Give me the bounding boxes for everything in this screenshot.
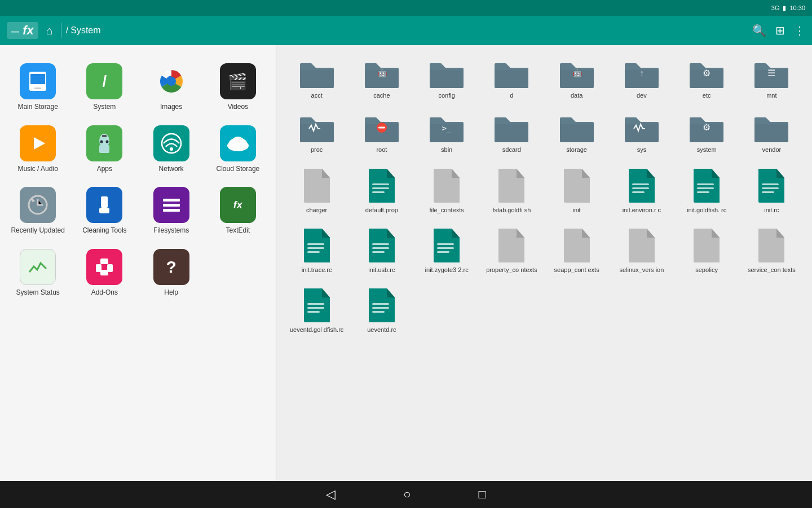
svg-text:↑: ↑ — [639, 68, 644, 78]
file-icon-charger — [302, 168, 332, 204]
file-icon-service_contexts — [756, 227, 787, 264]
folder-item-etc[interactable]: ⚙ etc — [676, 54, 738, 104]
folder-icon-proc — [299, 113, 335, 143]
file-item-seapp_contexts[interactable]: seapp_cont exts — [545, 223, 608, 278]
home-nav-button[interactable]: ○ — [403, 487, 411, 502]
folder-icon-cache: 🤖 — [364, 59, 400, 89]
file-label-init.usb.rc: init.usb.rc — [368, 266, 395, 274]
left-item-apps[interactable]: Apps — [71, 119, 138, 181]
left-item-recently-updated[interactable]: Recently Updated — [5, 180, 71, 242]
file-item-service_contexts[interactable]: service_con texts — [740, 223, 803, 278]
toolbar-divider — [61, 23, 61, 38]
file-item-init.usb.rc[interactable]: init.usb.rc — [350, 223, 413, 278]
svg-rect-10 — [102, 135, 107, 137]
folder-item-sdcard[interactable]: sdcard — [480, 108, 543, 158]
left-item-cleaning-tools[interactable]: Cleaning Tools — [71, 180, 138, 242]
folder-icon-mnt: ☰ — [753, 59, 789, 89]
label-apps: Apps — [97, 165, 112, 174]
main-content: Main Storage / System Images 🎬 Videos Mu… — [0, 45, 812, 481]
folder-item-acct[interactable]: acct — [285, 54, 348, 104]
svg-rect-9 — [99, 145, 109, 153]
left-item-main-storage[interactable]: Main Storage — [5, 56, 71, 119]
left-item-images[interactable]: Images — [138, 56, 205, 119]
file-item-property_contexts[interactable]: property_co ntexts — [480, 223, 543, 278]
folder-item-cache[interactable]: 🤖 cache — [350, 54, 413, 104]
svg-rect-63 — [372, 307, 389, 309]
folder-item-d[interactable]: d — [480, 54, 543, 104]
folder-item-proc[interactable]: proc — [285, 108, 348, 158]
left-item-music-audio[interactable]: Music / Audio — [5, 119, 71, 181]
svg-rect-51 — [307, 247, 324, 249]
back-button[interactable]: ◁ — [326, 487, 336, 502]
file-item-init[interactable]: init — [545, 163, 608, 218]
left-item-system[interactable]: / System — [71, 56, 138, 119]
folder-item-storage[interactable]: storage — [545, 108, 608, 158]
label-help: Help — [164, 288, 178, 297]
svg-rect-2 — [34, 87, 41, 89]
label-cloud-storage: Cloud Storage — [217, 165, 260, 174]
file-label-fstab.goldfish: fstab.goldfi sh — [492, 206, 531, 214]
svg-point-11 — [100, 140, 103, 143]
file-item-ueventd.rc[interactable]: ueventd.rc — [350, 283, 413, 338]
label-main-storage: Main Storage — [17, 103, 58, 112]
svg-rect-35 — [378, 127, 385, 129]
left-item-textedit[interactable]: fx TextEdit — [205, 180, 271, 242]
file-item-charger[interactable]: charger — [285, 163, 348, 218]
file-label-file_contexts: file_contexts — [430, 206, 464, 214]
folder-item-dev[interactable]: ↑ dev — [610, 54, 673, 104]
left-item-help[interactable]: ? Help — [138, 242, 205, 304]
apps-icon[interactable]: ⊞ — [775, 24, 785, 37]
app-logo[interactable]: — fx — [7, 22, 38, 39]
svg-text:>_: >_ — [442, 124, 452, 133]
folder-item-mnt[interactable]: ☰ mnt — [740, 54, 803, 104]
folder-item-root[interactable]: root — [350, 108, 413, 158]
file-icon-init.goldfish.rc — [691, 168, 722, 204]
file-item-init.trace.rc[interactable]: init.trace.rc — [285, 223, 348, 278]
svg-rect-24 — [163, 209, 180, 212]
file-item-ueventd.goldfish.rc[interactable]: ueventd.gol dfish.rc — [285, 283, 348, 338]
icon-textedit: fx — [220, 187, 256, 223]
file-item-init.goldfish.rc[interactable]: init.goldfish. rc — [676, 163, 738, 218]
folder-item-sbin[interactable]: >_ sbin — [416, 108, 478, 158]
file-item-sepolicy[interactable]: sepolicy — [676, 223, 738, 278]
home-button[interactable]: ⌂ — [43, 21, 56, 41]
folder-item-vendor[interactable]: vendor — [740, 108, 803, 158]
search-icon[interactable]: 🔍 — [752, 24, 766, 37]
file-item-file_contexts[interactable]: file_contexts — [416, 163, 478, 218]
file-icon-init.rc — [756, 168, 787, 204]
file-item-init.zygote32.rc[interactable]: init.zygote3 2.rc — [416, 223, 478, 278]
file-item-init.rc[interactable]: init.rc — [740, 163, 803, 218]
file-item-default.prop[interactable]: default.prop — [350, 163, 413, 218]
label-cleaning-tools: Cleaning Tools — [82, 226, 127, 235]
left-item-network[interactable]: Network — [138, 119, 205, 181]
svg-rect-61 — [307, 311, 320, 313]
file-item-fstab.goldfish[interactable]: fstab.goldfi sh — [480, 163, 543, 218]
folder-label-mnt: mnt — [766, 91, 776, 99]
folder-label-d: d — [510, 91, 513, 99]
svg-text:⚙: ⚙ — [703, 68, 710, 78]
file-item-selinux_version[interactable]: selinux_vers ion — [610, 223, 673, 278]
left-item-filesystems[interactable]: Filesystems — [138, 180, 205, 242]
icon-main-storage — [20, 63, 56, 99]
folder-item-data[interactable]: 🤖 data — [545, 54, 608, 104]
icon-system: / — [86, 63, 122, 99]
folder-item-system[interactable]: ⚙ system — [676, 108, 738, 158]
file-icon-ueventd.rc — [367, 287, 397, 323]
recent-apps-button[interactable]: □ — [479, 487, 486, 502]
svg-rect-21 — [99, 208, 109, 213]
svg-rect-50 — [307, 243, 324, 245]
icon-videos: 🎬 — [220, 63, 256, 99]
file-icon-file_contexts — [431, 168, 462, 204]
left-item-add-ons[interactable]: Add-Ons — [71, 242, 138, 304]
file-item-init.environ.rc[interactable]: init.environ.r c — [610, 163, 673, 218]
folder-item-sys[interactable]: sys — [610, 108, 673, 158]
left-item-system-status[interactable]: System Status — [5, 242, 71, 304]
left-item-videos[interactable]: 🎬 Videos — [205, 56, 271, 119]
nav-bar: ◁ ○ □ — [0, 481, 812, 508]
file-icon-ueventd.goldfish.rc — [302, 287, 332, 323]
folder-label-root: root — [376, 146, 387, 154]
folder-item-config[interactable]: config — [416, 54, 478, 104]
svg-rect-42 — [632, 187, 649, 189]
left-item-cloud-storage[interactable]: Cloud Storage — [205, 119, 271, 181]
more-options-icon[interactable]: ⋮ — [794, 24, 805, 37]
